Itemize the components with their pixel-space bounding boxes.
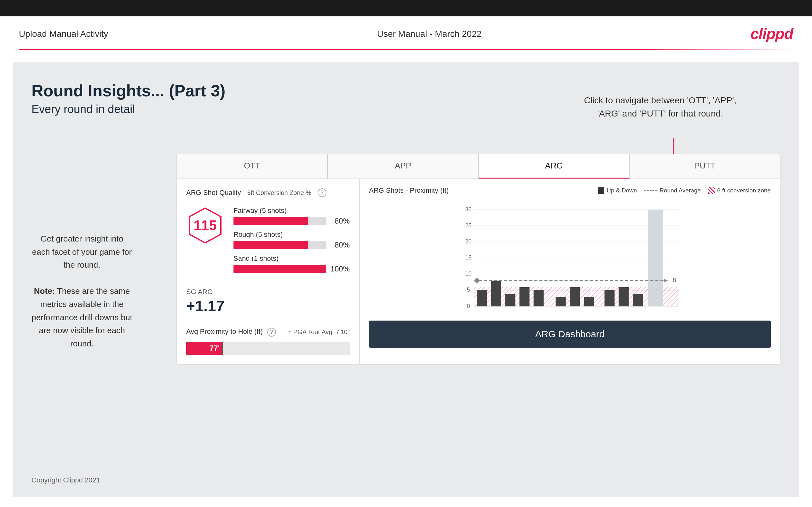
svg-rect-20 bbox=[491, 281, 501, 306]
tab-arg[interactable]: ARG bbox=[478, 154, 629, 178]
svg-marker-32 bbox=[664, 279, 668, 282]
header: Upload Manual Activity User Manual - Mar… bbox=[0, 16, 812, 49]
proximity-header: Avg Proximity to Hole (ft) ? ↑ PGA Tour … bbox=[186, 328, 350, 337]
cursor-line bbox=[222, 342, 223, 355]
shot-row-sand: Sand (1 shots) 100% bbox=[234, 255, 350, 273]
conversion-label: 6ft Conversion Zone % bbox=[247, 189, 311, 196]
bar-bg-sand bbox=[234, 265, 326, 273]
bar-pct-sand: 100% bbox=[331, 265, 350, 273]
legend-round-avg: Round Average bbox=[644, 187, 701, 194]
legend-hatched-icon bbox=[708, 187, 715, 194]
shot-label-rough: Rough (5 shots) bbox=[234, 230, 350, 239]
svg-rect-28 bbox=[619, 287, 629, 306]
legend-conversion-zone: 6 ft conversion zone bbox=[708, 187, 771, 194]
svg-rect-27 bbox=[605, 290, 615, 306]
legend-up-down: Up & Down bbox=[598, 187, 637, 194]
bar-pct-rough: 80% bbox=[331, 240, 350, 249]
legend-dashed-icon bbox=[644, 190, 657, 191]
proximity-section: Avg Proximity to Hole (ft) ? ↑ PGA Tour … bbox=[186, 321, 350, 355]
svg-rect-26 bbox=[584, 297, 594, 306]
legend-round-avg-label: Round Average bbox=[659, 187, 701, 194]
svg-marker-31 bbox=[474, 277, 480, 284]
bar-fill-sand bbox=[234, 265, 326, 273]
tab-bar: OTT APP ARG PUTT bbox=[177, 154, 780, 179]
sidebar-insight-text: Get greater insight into each facet of y… bbox=[32, 232, 132, 350]
svg-rect-25 bbox=[570, 287, 580, 306]
bar-row-fairway: 80% bbox=[234, 217, 350, 225]
svg-text:5: 5 bbox=[467, 287, 470, 293]
sg-label: SG ARG bbox=[186, 288, 350, 296]
header-divider bbox=[19, 49, 793, 50]
copyright-label: Copyright Clippd 2021 bbox=[32, 476, 100, 484]
svg-text:30: 30 bbox=[465, 206, 471, 213]
tab-putt[interactable]: PUTT bbox=[629, 154, 780, 178]
left-panel: ARG Shot Quality 6ft Conversion Zone % ?… bbox=[177, 179, 359, 364]
nav-hint-line2: 'ARG' and 'PUTT' for that round. bbox=[597, 109, 723, 118]
shot-quality-bars: Fairway (5 shots) 80% Rough (5 shots) bbox=[234, 207, 350, 278]
bar-row-sand: 100% bbox=[234, 265, 350, 273]
sidebar-text-1: Get greater insight into each facet of y… bbox=[32, 234, 132, 270]
chart-legend: Up & Down Round Average 6 ft conversion … bbox=[598, 187, 771, 194]
hex-score-value: 115 bbox=[194, 218, 216, 233]
legend-square-icon bbox=[598, 187, 604, 194]
svg-text:10: 10 bbox=[465, 271, 471, 277]
svg-rect-22 bbox=[520, 287, 530, 306]
shot-row-rough: Rough (5 shots) 80% bbox=[234, 230, 350, 249]
sg-value: +1.17 bbox=[186, 297, 350, 315]
help-icon[interactable]: ? bbox=[318, 188, 326, 197]
sidebar-note-label: Note: bbox=[34, 286, 55, 296]
svg-rect-18 bbox=[648, 210, 663, 306]
chart-title: ARG Shots - Proximity (ft) bbox=[369, 186, 449, 194]
nav-hint: Click to navigate between 'OTT', 'APP', … bbox=[584, 94, 737, 120]
bar-fill-fairway bbox=[234, 217, 308, 225]
chart-header: ARG Shots - Proximity (ft) Up & Down Rou… bbox=[369, 186, 771, 194]
proximity-label: Avg Proximity to Hole (ft) ? bbox=[186, 328, 276, 337]
svg-rect-19 bbox=[477, 290, 487, 306]
arg-dashboard-button[interactable]: ARG Dashboard bbox=[369, 321, 771, 348]
tab-app[interactable]: APP bbox=[328, 154, 478, 178]
upload-manual-label: Upload Manual Activity bbox=[19, 29, 108, 39]
clippd-logo: clippd bbox=[751, 25, 793, 43]
bar-bg-rough bbox=[234, 241, 326, 249]
tab-ott[interactable]: OTT bbox=[177, 154, 328, 178]
svg-text:15: 15 bbox=[465, 255, 471, 261]
svg-rect-23 bbox=[534, 290, 544, 306]
shot-label-fairway: Fairway (5 shots) bbox=[234, 207, 350, 215]
proximity-bar-bg: 77' bbox=[186, 342, 350, 355]
proximity-bar-label: 77' bbox=[209, 344, 220, 353]
chart-area: 0 5 10 15 20 25 30 bbox=[369, 201, 771, 314]
bar-bg-fairway bbox=[234, 217, 326, 225]
bar-pct-fairway: 80% bbox=[331, 217, 350, 225]
chart-svg: 0 5 10 15 20 25 30 bbox=[369, 201, 771, 314]
proximity-help-icon[interactable]: ? bbox=[267, 328, 276, 337]
svg-rect-24 bbox=[556, 297, 566, 306]
svg-rect-21 bbox=[505, 294, 515, 306]
shot-quality-label: ARG Shot Quality bbox=[186, 189, 241, 197]
svg-text:8: 8 bbox=[673, 277, 676, 283]
top-bar bbox=[0, 0, 812, 16]
nav-hint-line1: Click to navigate between 'OTT', 'APP', bbox=[584, 96, 737, 105]
legend-up-down-label: Up & Down bbox=[607, 187, 637, 194]
shot-label-sand: Sand (1 shots) bbox=[234, 255, 350, 263]
legend-conversion-zone-label: 6 ft conversion zone bbox=[717, 187, 771, 194]
pga-avg-label: ↑ PGA Tour Avg: 7'10" bbox=[288, 329, 350, 336]
card-body: ARG Shot Quality 6ft Conversion Zone % ?… bbox=[177, 179, 780, 364]
bar-fill-rough bbox=[234, 241, 308, 249]
right-panel: ARG Shots - Proximity (ft) Up & Down Rou… bbox=[359, 179, 780, 364]
shot-row-fairway: Fairway (5 shots) 80% bbox=[234, 207, 350, 225]
manual-title-label: User Manual - March 2022 bbox=[377, 29, 481, 39]
svg-text:0: 0 bbox=[467, 303, 470, 309]
proximity-bar-fill: 77' bbox=[186, 342, 222, 355]
sg-section: SG ARG +1.17 bbox=[186, 288, 350, 315]
svg-rect-29 bbox=[633, 294, 643, 306]
main-card: OTT APP ARG PUTT ARG Shot Quality 6ft Co… bbox=[176, 154, 780, 365]
main-content: Round Insights... (Part 3) Every round i… bbox=[13, 62, 799, 497]
bar-row-rough: 80% bbox=[234, 240, 350, 249]
footer: Copyright Clippd 2021 bbox=[32, 476, 100, 484]
svg-text:25: 25 bbox=[465, 222, 471, 229]
svg-text:20: 20 bbox=[465, 238, 471, 245]
panel-header: ARG Shot Quality 6ft Conversion Zone % ? bbox=[186, 188, 350, 197]
hex-score-row: 115 Fairway (5 shots) 80% bbox=[186, 207, 350, 278]
hex-score-shape: 115 bbox=[186, 207, 224, 244]
